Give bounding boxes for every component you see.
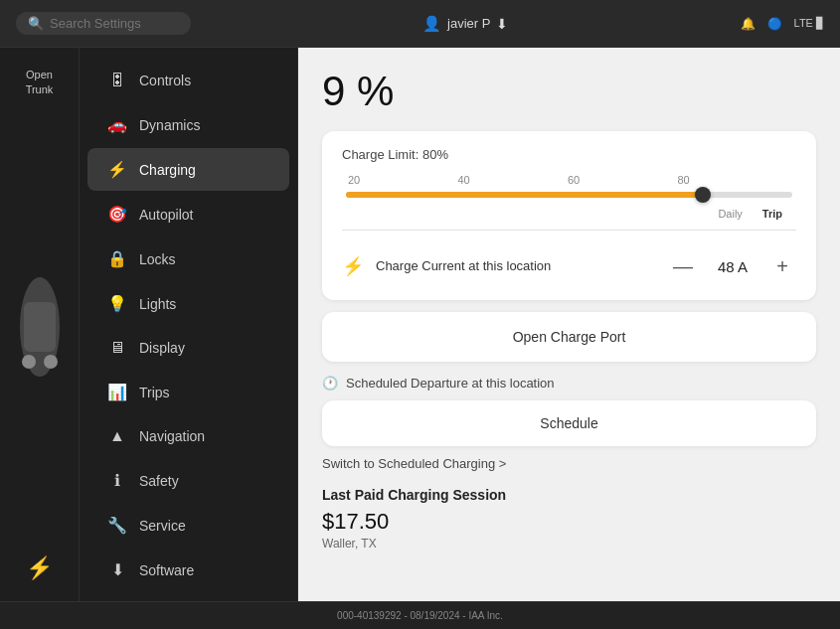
charge-current-label: Charge Current at this location	[376, 257, 657, 275]
sidebar-item-safety[interactable]: ℹ Safety	[87, 459, 289, 502]
sidebar-item-label: Charging	[139, 162, 196, 178]
car-image-area	[10, 118, 70, 536]
slider-fill	[346, 192, 703, 198]
trips-icon: 📊	[107, 383, 127, 401]
sidebar-item-charging[interactable]: ⚡ Charging	[87, 148, 289, 191]
open-charge-port-label: Open Charge Port	[513, 329, 626, 345]
sidebar-item-label: Controls	[139, 73, 191, 88]
svg-point-2	[22, 355, 36, 369]
slider-label-40: 40	[457, 174, 469, 186]
sidebar-item-lights[interactable]: 💡 Lights	[87, 282, 289, 325]
last-session-amount: $17.50	[322, 509, 816, 535]
schedule-label: Schedule	[540, 415, 597, 431]
sidebar-item-label: Trips	[139, 385, 170, 400]
sidebar-item-label: Lights	[139, 296, 176, 312]
sidebar-item-controls[interactable]: 🎛 Controls	[87, 60, 289, 101]
download-icon: ⬇	[496, 16, 508, 32]
sidebar-item-label: Service	[139, 518, 186, 534]
sidebar-item-service[interactable]: 🔧 Service	[87, 504, 289, 547]
car-svg	[10, 267, 70, 387]
car-panel: Open Trunk ⚡	[0, 48, 80, 601]
charge-percent: 9 %	[322, 68, 816, 115]
svg-point-3	[44, 355, 58, 369]
last-session-location: Waller, TX	[322, 537, 816, 550]
charge-current-icon: ⚡	[342, 255, 364, 277]
tab-trip[interactable]: Trip	[753, 206, 792, 222]
open-trunk-label: Open Trunk	[26, 68, 54, 98]
sidebar-item-trips[interactable]: 📊 Trips	[87, 371, 289, 413]
sidebar-item-navigation[interactable]: ▲ Navigation	[87, 415, 289, 457]
navigation-icon: ▲	[107, 427, 127, 445]
sidebar-item-locks[interactable]: 🔒 Locks	[87, 237, 289, 280]
software-icon: ⬇	[107, 560, 127, 579]
user-name: javier P	[447, 16, 490, 31]
slider-labels: 20 40 60 80	[346, 174, 792, 186]
slider-track[interactable]	[346, 192, 792, 198]
tab-daily[interactable]: Daily	[708, 206, 752, 222]
autopilot-icon: 🎯	[107, 205, 127, 224]
scheduled-departure-heading: 🕐 Scheduled Departure at this location	[322, 376, 816, 391]
slider-label-80: 80	[677, 174, 689, 186]
top-bar: 🔍 👤 javier P ⬇ 🔔 🔵 LTE ▊	[0, 0, 840, 48]
sidebar-item-software[interactable]: ⬇ Software	[87, 549, 289, 591]
sidebar-item-label: Software	[139, 562, 194, 578]
controls-icon: 🎛	[107, 72, 127, 89]
dynamics-icon: 🚗	[107, 115, 127, 134]
signal-icon: LTE ▊	[794, 17, 824, 30]
display-icon: 🖥	[107, 339, 127, 357]
charge-limit-title: Charge Limit: 80%	[342, 147, 796, 162]
sidebar-item-autopilot[interactable]: 🎯 Autopilot	[87, 193, 289, 236]
slider-thumb[interactable]	[695, 187, 711, 203]
charging-icon: ⚡	[107, 160, 127, 179]
sidebar-item-label: Safety	[139, 473, 179, 489]
user-icon: 👤	[422, 15, 441, 33]
increase-charge-button[interactable]: +	[768, 252, 796, 280]
schedule-button[interactable]: Schedule	[322, 400, 816, 446]
charge-current-control: — 48 A +	[669, 252, 796, 280]
switch-charging-link[interactable]: Switch to Scheduled Charging >	[322, 456, 816, 471]
locks-icon: 🔒	[107, 249, 127, 268]
top-bar-center: 👤 javier P ⬇	[422, 15, 508, 33]
top-bar-right: 🔔 🔵 LTE ▊	[741, 17, 824, 31]
last-session-section: Last Paid Charging Session $17.50 Waller…	[322, 487, 816, 550]
charge-current-value: 48 A	[713, 258, 753, 275]
top-bar-left: 🔍	[16, 12, 191, 35]
charge-current-row: ⚡ Charge Current at this location — 48 A…	[342, 238, 796, 284]
search-input[interactable]	[50, 16, 179, 31]
slider-tabs: Daily Trip	[346, 206, 792, 222]
lights-icon: 💡	[107, 294, 127, 313]
sidebar-item-display[interactable]: 🖥 Display	[87, 327, 289, 369]
scheduled-departure-label: Scheduled Departure at this location	[346, 376, 555, 391]
slider-label-end	[787, 174, 790, 186]
slider-container[interactable]: 20 40 60 80 Daily Trip	[342, 174, 796, 222]
sidebar-item-label: Display	[139, 340, 185, 356]
bluetooth-icon: 🔵	[767, 17, 782, 31]
main-layout: Open Trunk ⚡ 🎛 Controls 🚗 Dynamics ⚡ Cha…	[0, 48, 840, 601]
charge-limit-card: Charge Limit: 80% 20 40 60 80 Daily Trip	[322, 131, 816, 300]
notification-icon: 🔔	[741, 17, 756, 31]
bolt-indicator: ⚡	[26, 555, 53, 581]
decrease-charge-button[interactable]: —	[669, 252, 697, 280]
divider	[342, 230, 796, 231]
sidebar-item-label: Dynamics	[139, 117, 200, 133]
sidebar-item-label: Autopilot	[139, 207, 193, 223]
sidebar: 🎛 Controls 🚗 Dynamics ⚡ Charging 🎯 Autop…	[80, 48, 298, 601]
last-session-heading: Last Paid Charging Session	[322, 487, 816, 503]
safety-icon: ℹ	[107, 471, 127, 490]
svg-rect-1	[24, 302, 56, 352]
sidebar-item-label: Navigation	[139, 428, 205, 444]
clock-icon: 🕐	[322, 376, 338, 391]
slider-label-20: 20	[348, 174, 360, 186]
bottom-bar: 000-40139292 - 08/19/2024 - IAA Inc.	[0, 601, 840, 629]
open-charge-port-button[interactable]: Open Charge Port	[322, 312, 816, 362]
content-area: 9 % Charge Limit: 80% 20 40 60 80 Daily	[298, 48, 840, 601]
slider-label-60: 60	[568, 174, 580, 186]
bottom-bar-text: 000-40139292 - 08/19/2024 - IAA Inc.	[337, 610, 503, 621]
service-icon: 🔧	[107, 516, 127, 535]
search-icon: 🔍	[28, 16, 44, 31]
search-box[interactable]: 🔍	[16, 12, 191, 35]
sidebar-item-label: Locks	[139, 251, 176, 267]
sidebar-item-dynamics[interactable]: 🚗 Dynamics	[87, 103, 289, 146]
